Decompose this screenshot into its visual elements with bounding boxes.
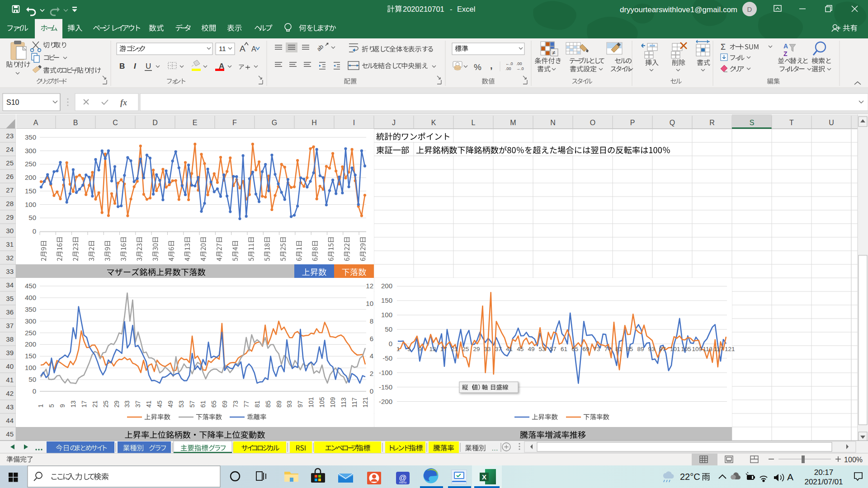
svg-text:113: 113 bbox=[703, 346, 713, 352]
svg-text:250: 250 bbox=[25, 160, 36, 168]
svg-text:93: 93 bbox=[648, 346, 655, 352]
svg-text:34: 34 bbox=[6, 281, 14, 289]
svg-text:89: 89 bbox=[637, 346, 644, 352]
svg-text:R: R bbox=[709, 119, 715, 127]
svg-text:U: U bbox=[146, 62, 151, 70]
svg-text:200: 200 bbox=[25, 340, 36, 348]
svg-text:P: P bbox=[630, 119, 635, 127]
svg-text:150: 150 bbox=[25, 187, 36, 195]
svg-text:F: F bbox=[232, 119, 237, 127]
svg-text:8: 8 bbox=[370, 317, 373, 325]
svg-text:100: 100 bbox=[381, 311, 392, 319]
svg-text:53: 53 bbox=[539, 346, 546, 352]
svg-text:81: 81 bbox=[615, 346, 622, 352]
svg-text:2020210701: 2020210701 bbox=[403, 5, 444, 13]
svg-text:T: T bbox=[789, 119, 794, 127]
svg-text:0: 0 bbox=[33, 227, 36, 235]
svg-text:.00: .00 bbox=[505, 66, 511, 71]
svg-text:32: 32 bbox=[6, 254, 14, 262]
svg-text:20:17: 20:17 bbox=[814, 468, 834, 477]
svg-text:250: 250 bbox=[25, 329, 36, 337]
svg-text:0: 0 bbox=[33, 387, 36, 395]
svg-text:121: 121 bbox=[362, 397, 369, 408]
svg-text:A: A bbox=[787, 472, 793, 482]
svg-text:≠: ≠ bbox=[552, 49, 555, 56]
svg-text:450: 450 bbox=[25, 282, 36, 290]
svg-text:300: 300 bbox=[25, 317, 36, 325]
svg-text:25: 25 bbox=[462, 346, 469, 352]
svg-text:50: 50 bbox=[28, 375, 36, 383]
svg-text:L: L bbox=[472, 119, 476, 127]
svg-text:29: 29 bbox=[6, 213, 14, 221]
svg-text:9: 9 bbox=[59, 404, 66, 408]
svg-text:400: 400 bbox=[25, 294, 36, 301]
svg-text:C: C bbox=[113, 119, 118, 127]
svg-text:37: 37 bbox=[6, 322, 14, 329]
svg-text:B: B bbox=[119, 62, 125, 70]
svg-text:57: 57 bbox=[189, 400, 196, 408]
svg-text:2: 2 bbox=[370, 370, 373, 377]
svg-text:Σ: Σ bbox=[721, 42, 726, 52]
svg-text:61: 61 bbox=[561, 346, 567, 352]
svg-text:5: 5 bbox=[48, 404, 55, 408]
svg-text:38: 38 bbox=[6, 335, 14, 343]
svg-text:53: 53 bbox=[178, 400, 185, 408]
svg-text:200: 200 bbox=[381, 282, 392, 290]
svg-text:101: 101 bbox=[307, 397, 315, 408]
svg-text:fx: fx bbox=[120, 98, 127, 107]
svg-text:21: 21 bbox=[91, 400, 99, 408]
svg-text:-150: -150 bbox=[379, 383, 392, 391]
svg-text:13: 13 bbox=[70, 400, 77, 408]
svg-text:41: 41 bbox=[506, 346, 513, 352]
svg-text:49: 49 bbox=[528, 346, 534, 352]
svg-text:K: K bbox=[431, 119, 436, 127]
svg-text:22°C: 22°C bbox=[680, 472, 700, 482]
svg-text:69: 69 bbox=[582, 346, 589, 352]
svg-text:25: 25 bbox=[6, 159, 14, 167]
svg-text:150: 150 bbox=[381, 296, 392, 304]
svg-text:45: 45 bbox=[6, 430, 14, 438]
svg-text:85: 85 bbox=[264, 400, 272, 408]
svg-text:2021/07/01: 2021/07/01 bbox=[804, 478, 843, 486]
svg-text:12: 12 bbox=[366, 282, 373, 290]
svg-text:39: 39 bbox=[6, 349, 14, 357]
svg-text:121: 121 bbox=[725, 346, 735, 352]
svg-text:9: 9 bbox=[418, 346, 422, 352]
svg-text:73: 73 bbox=[232, 400, 239, 408]
svg-text:-200: -200 bbox=[379, 398, 392, 405]
svg-text:35: 35 bbox=[6, 295, 14, 302]
svg-text:100: 100 bbox=[25, 364, 36, 371]
svg-text:200: 200 bbox=[25, 174, 36, 181]
svg-text:…: … bbox=[491, 444, 498, 452]
svg-text:36: 36 bbox=[6, 308, 14, 316]
svg-text:73: 73 bbox=[594, 346, 600, 352]
svg-text:37: 37 bbox=[495, 346, 502, 352]
svg-text:-50: -50 bbox=[382, 354, 392, 362]
svg-text:40: 40 bbox=[6, 362, 14, 370]
svg-text:%: % bbox=[474, 62, 481, 72]
svg-text:109: 109 bbox=[692, 346, 702, 352]
svg-text:X: X bbox=[482, 473, 486, 481]
svg-text:101: 101 bbox=[670, 346, 680, 352]
svg-text:17: 17 bbox=[80, 400, 88, 408]
svg-text:13: 13 bbox=[429, 346, 436, 352]
svg-text:D: D bbox=[747, 5, 752, 13]
svg-text:33: 33 bbox=[123, 400, 131, 408]
svg-text:117: 117 bbox=[714, 346, 724, 352]
svg-text:45: 45 bbox=[517, 346, 524, 352]
svg-text:85: 85 bbox=[626, 346, 633, 352]
svg-text:97: 97 bbox=[659, 346, 666, 352]
svg-text:Excel: Excel bbox=[457, 5, 475, 13]
svg-text:S: S bbox=[750, 119, 755, 127]
svg-text:0: 0 bbox=[370, 387, 373, 395]
svg-text:A: A bbox=[251, 45, 256, 53]
svg-text:O: O bbox=[590, 119, 595, 127]
svg-text:69: 69 bbox=[221, 400, 228, 408]
svg-text:37: 37 bbox=[134, 400, 142, 408]
svg-text:29: 29 bbox=[113, 400, 120, 408]
svg-text:117: 117 bbox=[351, 397, 358, 408]
svg-text:1: 1 bbox=[396, 346, 400, 352]
svg-text:E: E bbox=[193, 119, 198, 127]
svg-text:97: 97 bbox=[297, 400, 304, 408]
svg-text:24: 24 bbox=[6, 145, 14, 153]
